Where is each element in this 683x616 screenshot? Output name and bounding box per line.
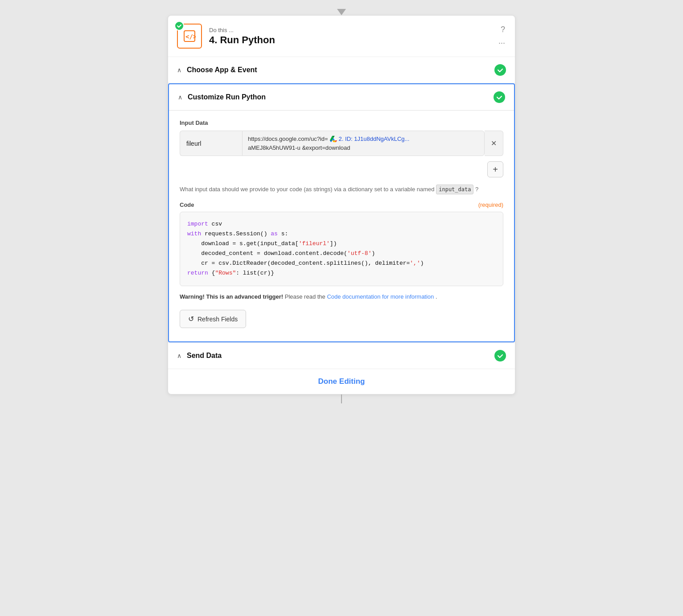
add-btn-row: + <box>180 161 503 177</box>
connector-arrow-top <box>337 9 346 15</box>
help-button[interactable]: ? <box>500 25 506 34</box>
done-editing-button[interactable]: Done Editing <box>318 377 365 386</box>
step-card: </> Do this ... 4. Run Python ? ··· ∧ Ch… <box>168 15 515 394</box>
field-value-id: 2. ID: 1J1u8ddNgAVkLCg... <box>339 135 410 144</box>
customize-check <box>494 91 505 103</box>
step-title: 4. Run Python <box>209 34 498 46</box>
done-editing-row: Done Editing <box>168 369 515 394</box>
info-text-before: What input data should we provide to you… <box>180 186 435 193</box>
url-line2: aMEJ8kA5hUW91-u &export=download <box>248 144 479 152</box>
send-data-label: Send Data <box>187 352 494 360</box>
refresh-icon: ↺ <box>188 315 194 323</box>
code-label: Code <box>180 201 194 208</box>
field-value: https://docs.google.com/uc?id= 2. ID: 1J… <box>242 131 485 156</box>
info-text: What input data should we provide to you… <box>180 185 503 194</box>
required-badge: (required) <box>478 201 503 208</box>
svg-text:</>: </> <box>185 33 196 40</box>
chevron-up-icon: ∧ <box>177 66 181 74</box>
code-line-2: with requests.Session() as s: <box>187 229 496 239</box>
workflow-container: </> Do this ... 4. Run Python ? ··· ∧ Ch… <box>168 9 515 403</box>
customize-label: Customize Run Python <box>188 93 494 101</box>
refresh-fields-button[interactable]: ↺ Refresh Fields <box>180 310 246 328</box>
warning-end: . <box>436 293 437 300</box>
code-line-6: return {"Rows": list(cr)} <box>187 268 496 278</box>
choose-app-label: Choose App & Event <box>187 66 494 74</box>
input-data-label: Input Data <box>180 119 503 126</box>
url-line1: https://docs.google.com/uc?id= 2. ID: 1J… <box>248 135 479 144</box>
add-input-button[interactable]: + <box>487 161 503 177</box>
check-icon <box>497 353 503 359</box>
connector-arrow-bottom <box>341 394 342 403</box>
info-text-end: ? <box>475 186 478 193</box>
check-icon <box>497 67 503 73</box>
code-editor[interactable]: import csv with requests.Session() as s:… <box>180 212 503 286</box>
input-data-row: fileurl https://docs.google.com/uc?id= <box>180 131 503 156</box>
warning-bold: Warning! This is an advanced trigger! <box>180 293 283 300</box>
check-badge <box>174 21 184 31</box>
code-line-1: import csv <box>187 219 496 229</box>
customize-body: Input Data fileurl https://docs.google.c… <box>169 111 514 341</box>
input-data-var-badge: input_data <box>436 185 473 194</box>
field-key: fileurl <box>180 131 242 156</box>
field-value-line2: aMEJ8kA5hUW91-u <box>248 144 300 151</box>
app-icon-wrap: </> <box>177 24 202 49</box>
warning-normal: Please read the <box>285 293 327 300</box>
header-icons: ? ··· <box>498 25 506 48</box>
code-icon: </> <box>183 30 196 42</box>
check-icon <box>177 23 182 29</box>
header-text: Do this ... 4. Run Python <box>209 27 498 46</box>
url-part1: https://docs.google.com/uc?id= <box>248 135 328 144</box>
customize-section: ∧ Customize Run Python Input Data fileur… <box>168 83 515 342</box>
refresh-fields-label: Refresh Fields <box>197 316 238 323</box>
check-icon <box>496 94 502 100</box>
choose-app-section[interactable]: ∧ Choose App & Event <box>168 57 515 83</box>
card-header: </> Do this ... 4. Run Python ? ··· <box>168 16 515 57</box>
choose-app-check <box>494 64 506 76</box>
code-line-4: decoded_content = download.content.decod… <box>187 249 496 259</box>
send-data-section[interactable]: ∧ Send Data <box>168 342 515 369</box>
warning-text: Warning! This is an advanced trigger! Pl… <box>180 292 503 301</box>
send-data-check <box>494 350 506 361</box>
code-section-header: Code (required) <box>180 201 503 208</box>
code-line-5: cr = csv.DictReader(decoded_content.spli… <box>187 259 496 268</box>
remove-field-button[interactable]: ✕ <box>485 131 503 156</box>
code-docs-link[interactable]: Code documentation for more information <box>327 293 434 300</box>
code-line-3: download = s.get(input_data['fileurl']) <box>187 239 496 249</box>
customize-header[interactable]: ∧ Customize Run Python <box>169 84 514 111</box>
more-options-button[interactable]: ··· <box>498 38 506 48</box>
send-data-chevron-icon: ∧ <box>177 352 181 359</box>
do-this-label: Do this ... <box>209 27 498 33</box>
customize-chevron-icon: ∧ <box>178 94 182 101</box>
field-value-suffix: &export=download <box>302 144 350 151</box>
gdrive-icon <box>330 136 337 143</box>
